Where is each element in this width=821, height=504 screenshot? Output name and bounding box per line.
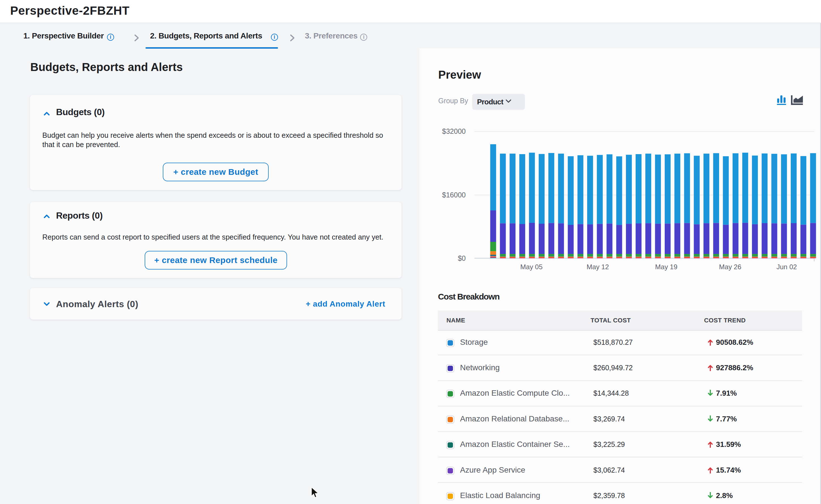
svg-text:Jun 02: Jun 02: [777, 263, 797, 271]
svg-text:May 12: May 12: [586, 263, 609, 271]
svg-text:$16000: $16000: [442, 191, 466, 199]
svg-text:May 19: May 19: [655, 263, 678, 271]
svg-text:May 26: May 26: [719, 263, 742, 271]
svg-text:May 05: May 05: [520, 263, 543, 271]
svg-text:$0: $0: [458, 254, 466, 262]
svg-text:$32000: $32000: [442, 127, 466, 135]
